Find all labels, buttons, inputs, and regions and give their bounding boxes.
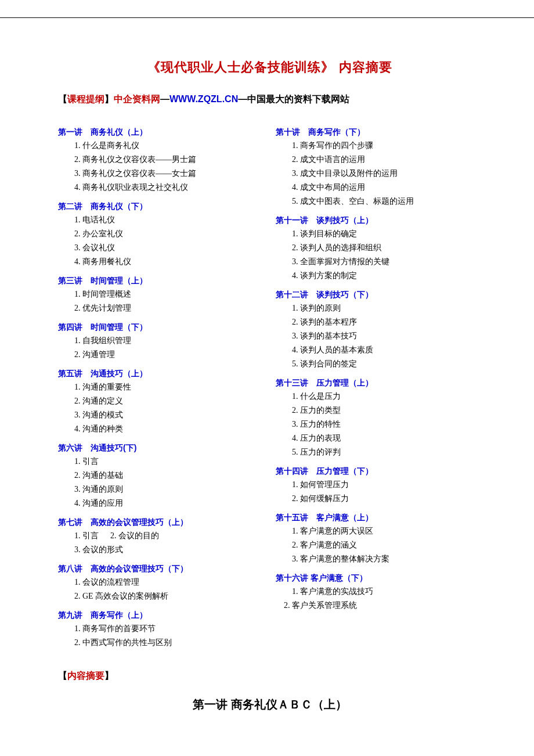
bracket-open: 【 [58,94,67,104]
lecture-item: 2. 谈判的基本程序 [276,315,482,329]
lecture-item: 4. 商务用餐礼仪 [58,255,264,269]
page-title: 《现代职业人士必备技能训练》 内容摘要 [58,59,482,76]
lecture-item: 4. 沟通的种类 [58,422,264,436]
bracket-close: 】 [104,671,114,681]
lecture-title: 第十一讲 谈判技巧（上） [276,213,482,227]
site-name: 中企资料网 [114,94,160,104]
lecture-item: 1. 自我组织管理 [58,334,264,348]
lecture-title: 第二讲 商务礼仪（下） [58,199,264,213]
lecture-item: 3. 沟通的模式 [58,408,264,422]
lecture-item: 1. 客户满意的两大误区 [276,524,482,538]
lecture-item: 1. 谈判的原则 [276,301,482,315]
lecture-title: 第七讲 高效的会议管理技巧（上） [58,515,264,529]
lecture-item: 3. 全面掌握对方情报的关键 [276,255,482,269]
lecture-item: 2. 优先计划管理 [58,301,264,315]
lecture-item: 2. 中西式写作的共性与区别 [58,636,264,650]
outline-label: 课程提纲 [67,94,104,104]
lecture-title: 第十三讲 压力管理（上） [276,376,482,390]
lecture-item: 2. GE 高效会议的案例解析 [58,589,264,603]
left-column: 第一讲 商务礼仪（上）1. 什么是商务礼仪2. 商务礼仪之仪容仪表——男士篇3.… [58,120,264,650]
lecture-item: 1. 引言 [74,531,99,540]
dash: — [160,94,169,104]
lecture-item: 2. 会议的目的 [110,531,159,540]
lecture-item: 2. 压力的类型 [276,404,482,417]
lecture-item: 3. 会议礼仪 [58,241,264,255]
lecture-title: 第四讲 时间管理（下） [58,320,264,334]
lecture-title: 第十五讲 客户满意（上） [276,510,482,524]
dash: — [238,94,247,104]
lecture-item: 3. 沟通的原则 [58,483,264,496]
lecture-item: 2. 成文中语言的运用 [276,153,482,167]
lecture-item: 1. 如何管理压力 [276,478,482,492]
lecture-title: 第十二讲 谈判技巧（下） [276,287,482,301]
lecture-item: 2. 谈判人员的选择和组织 [276,241,482,255]
lecture-item: 3. 成文中目录以及附件的运用 [276,167,482,181]
lecture-title: 第十讲 商务写作（下） [276,125,482,139]
lecture-item: 1. 会议的流程管理 [58,575,264,589]
lecture-title: 第一讲 商务礼仪（上） [58,125,264,139]
lecture-title: 第五讲 沟通技巧（上） [58,366,264,380]
lecture-item: 2. 如何缓解压力 [276,492,482,506]
lecture-title: 第三讲 时间管理（上） [58,273,264,287]
right-column: 第十讲 商务写作（下）1. 商务写作的四个步骤2. 成文中语言的运用3. 成文中… [276,120,482,650]
lecture-item: 2. 沟通的基础 [58,469,264,483]
lecture-item: 1. 什么是压力 [276,390,482,404]
lecture-item: 4. 成文中布局的运用 [276,181,482,195]
lecture-item: 2. 沟通的定义 [58,394,264,408]
lecture-item: 5. 成文中图表、空白、标题的运用 [276,195,482,208]
lecture-item: 1. 客户满意的实战技巧 [276,585,482,599]
lecture-item: 5. 压力的评判 [276,445,482,459]
lecture-item-row: 1. 引言2. 会议的目的 [58,529,264,543]
lecture-item: 2. 客户关系管理系统 [276,599,482,613]
lecture-item: 4. 谈判人员的基本素质 [276,343,482,357]
lecture-item: 1. 商务写作的首要环节 [58,622,264,636]
lecture-title: 第十六讲 客户满意（下） [276,571,482,585]
lecture-item: 1. 谈判目标的确定 [276,227,482,241]
lecture-item: 3. 商务礼仪之仪容仪表——女士篇 [58,167,264,181]
lecture-item: 1. 引言 [58,455,264,469]
lecture-item: 2. 办公室礼仪 [58,227,264,241]
bracket-close: 】 [104,94,114,104]
lecture-item: 3. 压力的特性 [276,417,482,431]
bracket-open: 【 [58,671,67,681]
lecture-item: 3. 客户满意的整体解决方案 [276,552,482,566]
lecture-title: 第八讲 高效的会议管理技巧（下） [58,561,264,575]
summary-label: 【内容摘要】 [58,670,482,682]
outline-columns: 第一讲 商务礼仪（上）1. 什么是商务礼仪2. 商务礼仪之仪容仪表——男士篇3.… [58,120,482,650]
lecture-item: 1. 商务写作的四个步骤 [276,139,482,153]
lecture-item: 2. 客户满意的涵义 [276,538,482,552]
lecture-item: 1. 沟通的重要性 [58,380,264,394]
lecture-item: 2. 沟通管理 [58,348,264,362]
lecture-item: 1. 时间管理概述 [58,287,264,301]
header-line: 【课程提纲】中企资料网—WWW.ZQZL.CN—中国最大的资料下载网站 [58,93,482,106]
lecture-item: 4. 压力的表现 [276,431,482,445]
document-page: 《现代职业人士必备技能训练》 内容摘要 【课程提纲】中企资料网—WWW.ZQZL… [0,17,534,736]
lecture-title: 第十四讲 压力管理（下） [276,464,482,478]
lecture-title: 第六讲 沟通技巧(下) [58,441,264,455]
site-url: WWW.ZQZL.CN [169,94,238,104]
summary-text: 内容摘要 [67,671,104,681]
lecture-item: 3. 会议的形式 [58,543,264,557]
chapter-heading: 第一讲 商务礼仪ＡＢＣ（上） [58,697,482,712]
lecture-item: 3. 谈判的基本技巧 [276,329,482,343]
lecture-item: 1. 电话礼仪 [58,213,264,227]
lecture-item: 4. 商务礼仪职业表现之社交礼仪 [58,181,264,195]
lecture-title: 第九讲 商务写作（上） [58,608,264,622]
site-tagline: 中国最大的资料下载网站 [247,94,349,104]
lecture-item: 4. 沟通的应用 [58,496,264,510]
lecture-item: 5. 谈判合同的签定 [276,357,482,371]
lecture-item: 4. 谈判方案的制定 [276,269,482,283]
lecture-item: 1. 什么是商务礼仪 [58,139,264,153]
lecture-item: 2. 商务礼仪之仪容仪表——男士篇 [58,153,264,167]
